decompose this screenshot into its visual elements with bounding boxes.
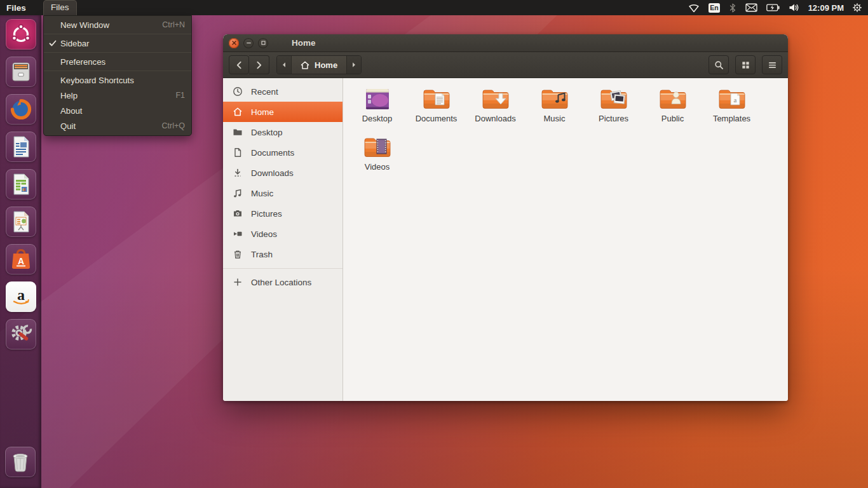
sidebar-item-recent[interactable]: Recent (223, 81, 342, 102)
launcher-item-firefox[interactable] (6, 94, 36, 125)
file-item-label: Pictures (599, 114, 628, 123)
tray-indicator-keyboard-layout[interactable]: En (709, 3, 719, 13)
active-app-name: Files (6, 3, 26, 13)
folder-icon (421, 86, 452, 112)
toolbar-button-search[interactable] (709, 55, 729, 74)
check-icon (49, 39, 57, 47)
launcher-item-libreoffice-calc[interactable] (6, 169, 36, 200)
launcher-item-trash[interactable] (5, 447, 36, 477)
toolbar-button-window-menu[interactable] (762, 55, 782, 74)
window-control-close[interactable] (229, 38, 239, 48)
breadcrumb-forward[interactable] (347, 56, 361, 74)
menu-item-sidebar[interactable]: Sidebar (44, 36, 191, 51)
svg-text:a: a (17, 287, 25, 303)
file-item-label: Templates (713, 114, 750, 123)
launcher-app-icon (8, 22, 34, 47)
launcher-app-icon (8, 172, 34, 197)
triangle-right-icon (351, 62, 356, 68)
file-item-label: Music (544, 114, 566, 123)
menu-item-label: About (60, 106, 185, 116)
sidebar-item-downloads[interactable]: Downloads (223, 163, 342, 183)
sidebar-item-icon (233, 107, 243, 117)
menu-item-keyboard-shortcuts[interactable]: Keyboard Shortcuts (44, 72, 191, 88)
toolbar-button-view-grid[interactable] (735, 55, 756, 74)
launcher-item-system-settings[interactable] (6, 319, 36, 349)
launcher-app-icon: A (8, 247, 34, 272)
tray-icon (745, 3, 757, 12)
tray-icon (688, 3, 700, 13)
launcher-item-amazon[interactable]: a (6, 281, 36, 312)
launcher-item-files[interactable] (6, 57, 36, 87)
menu-item-about[interactable]: About (44, 103, 191, 118)
sidebar-item-videos[interactable]: Videos (223, 224, 342, 244)
sidebar-item-home[interactable]: Home (223, 102, 342, 122)
file-item-label: Downloads (475, 114, 515, 123)
breadcrumb-home[interactable]: Home (291, 56, 347, 74)
menu-item-quit[interactable]: Quit Ctrl+Q (44, 118, 191, 133)
menu-item-help[interactable]: Help F1 (44, 88, 191, 103)
sidebar-item-icon (233, 168, 243, 178)
file-item-desktop[interactable]: Desktop (348, 86, 407, 135)
tray-indicator-network[interactable] (688, 3, 700, 13)
launcher-item-ubuntu[interactable] (6, 19, 36, 50)
system-tray: En (688, 3, 799, 13)
folder-icon (480, 86, 511, 112)
clock[interactable]: 12:09 PM (808, 3, 844, 13)
file-item-music[interactable]: Music (525, 86, 584, 135)
menu-item-new-window[interactable]: New Window Ctrl+N (44, 17, 191, 32)
tray-indicator-volume[interactable] (789, 3, 799, 12)
files-window: Home Home (223, 34, 788, 401)
nav-button-back[interactable] (229, 55, 249, 74)
breadcrumb-back[interactable] (277, 56, 291, 74)
toolbar: Home (223, 52, 788, 78)
file-item-label: Documents (416, 114, 458, 123)
nav-buttons (229, 55, 269, 74)
menu-item-shortcut: F1 (175, 91, 185, 100)
launcher-app-icon (8, 134, 34, 159)
sidebar-item-pictures[interactable]: Pictures (223, 203, 342, 224)
sidebar-item-desktop[interactable]: Desktop (223, 122, 342, 142)
sidebar-item-label: Pictures (251, 209, 282, 219)
menu-item-preferences[interactable]: Preferences (44, 54, 191, 69)
svg-text:A: A (17, 256, 24, 266)
nav-button-forward[interactable] (249, 55, 269, 74)
file-item-templates[interactable]: a Templates (702, 86, 761, 135)
breadcrumb: Home (276, 55, 362, 74)
menu-separator (44, 52, 191, 53)
triangle-left-icon (281, 62, 287, 68)
menu-item-shortcut: Ctrl+Q (162, 121, 185, 130)
sidebar-item-icon (233, 277, 243, 287)
menubar-item-files[interactable]: Files (43, 0, 77, 15)
sidebar-item-trash[interactable]: Trash (223, 244, 342, 264)
sidebar-item-label: Music (251, 189, 273, 198)
tray-indicator-bluetooth[interactable] (729, 3, 736, 13)
window-control-maximize[interactable] (258, 38, 268, 48)
launcher-item-libreoffice-writer[interactable] (6, 132, 36, 162)
file-item-documents[interactable]: Documents (407, 86, 466, 135)
sidebar-item-music[interactable]: Music (223, 183, 342, 203)
file-item-public[interactable]: Public (643, 86, 702, 135)
sidebar-item-icon (233, 127, 243, 137)
file-grid: Desktop Documents Downloads Musi (343, 78, 788, 401)
chevron-icon (254, 60, 264, 70)
sidebar-item-documents[interactable]: Documents (223, 142, 342, 163)
file-item-pictures[interactable]: Pictures (584, 86, 643, 135)
sidebar-item-icon (233, 86, 243, 97)
tray-indicator-battery[interactable] (766, 4, 780, 11)
breadcrumb-home-label: Home (315, 60, 337, 70)
launcher-item-libreoffice-impress[interactable] (6, 207, 36, 237)
tray-indicator-messages[interactable] (745, 3, 757, 12)
folder-icon (539, 86, 570, 112)
sidebar-item-other-locations[interactable]: Other Locations (223, 272, 342, 292)
file-item-videos[interactable]: Videos (348, 135, 407, 183)
session-gear-icon[interactable] (852, 3, 862, 13)
file-item-downloads[interactable]: Downloads (466, 86, 525, 135)
places-sidebar: Recent Home Desktop (223, 78, 343, 401)
toolbar-button-icon (714, 60, 724, 70)
menu-item-label: Sidebar (60, 39, 185, 48)
menu-item-label: Help (60, 91, 175, 100)
window-control-minimize[interactable] (243, 38, 254, 48)
titlebar[interactable]: Home (223, 34, 788, 52)
launcher-item-ubuntu-software[interactable]: A (6, 244, 36, 274)
sidebar-item-label: Other Locations (251, 278, 311, 287)
